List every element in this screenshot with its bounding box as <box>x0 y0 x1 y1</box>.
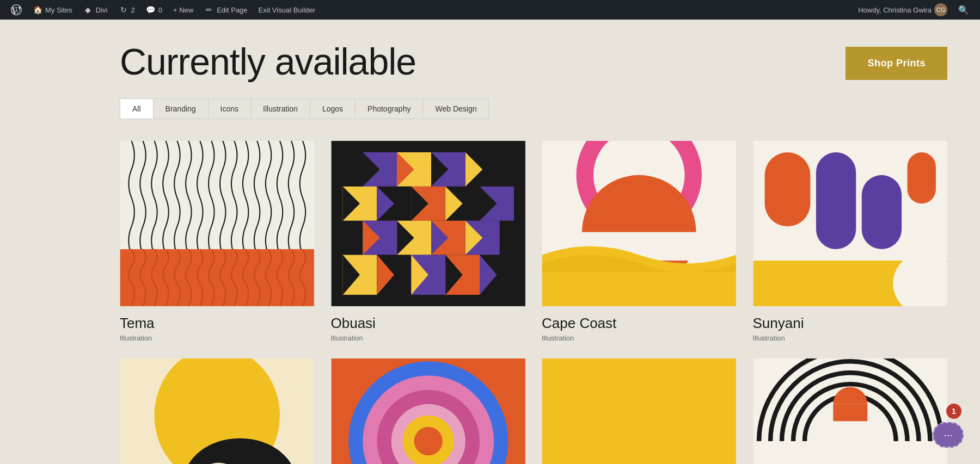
my-sites-label: My Sites <box>45 6 72 14</box>
edit-page-label: Edit Page <box>217 6 247 14</box>
item-category-tema: Illustration <box>120 334 315 342</box>
svg-rect-2 <box>120 141 314 255</box>
page-header: Currently available Shop Prints <box>120 20 947 98</box>
filter-tab-illustration[interactable]: Illustration <box>251 99 310 119</box>
item-category-obuasi: Illustration <box>331 334 526 342</box>
search-btn[interactable]: 🔍 <box>954 5 973 15</box>
my-sites-menu[interactable]: 🏠 My Sites <box>28 0 77 20</box>
user-menu[interactable]: Howdy, Christina Gwira CG <box>854 0 952 20</box>
comments-menu[interactable]: 💬 0 <box>142 0 167 20</box>
item-name-obuasi: Obuasi <box>331 315 526 332</box>
portfolio-item-7[interactable] <box>542 358 737 464</box>
updates-icon: ↻ <box>119 5 128 15</box>
avatar: CG <box>934 3 947 16</box>
chat-button[interactable]: ··· <box>933 422 964 448</box>
divi-icon: ◆ <box>83 5 93 15</box>
new-label: + New <box>173 6 193 14</box>
edit-page-btn[interactable]: ✏ Edit Page <box>200 0 252 20</box>
new-content-menu[interactable]: + New <box>169 0 198 20</box>
filter-tabs: All Branding Icons Illustration Logos Ph… <box>120 98 489 119</box>
filter-tab-icons[interactable]: Icons <box>209 99 251 119</box>
svg-rect-50 <box>861 175 901 249</box>
wordpress-logo[interactable] <box>7 0 26 20</box>
adminbar-right: Howdy, Christina Gwira CG 🔍 <box>854 0 973 20</box>
filter-tab-branding[interactable]: Branding <box>154 99 209 119</box>
portfolio-thumb-tema <box>120 141 315 306</box>
portfolio-grid: Tema Illustration <box>120 141 947 464</box>
updates-menu[interactable]: ↻ 2 <box>114 0 139 20</box>
main-content: Currently available Shop Prints All Bran… <box>0 0 980 464</box>
comments-icon: 💬 <box>146 5 156 15</box>
exit-builder-btn[interactable]: Exit Visual Builder <box>254 0 320 20</box>
shop-prints-button[interactable]: Shop Prints <box>846 47 947 80</box>
page-title: Currently available <box>120 41 416 82</box>
filter-tab-webdesign[interactable]: Web Design <box>423 99 488 119</box>
item-category-cape-coast: Illustration <box>542 334 737 342</box>
portfolio-thumb-obuasi <box>331 141 526 306</box>
svg-rect-66 <box>833 404 867 420</box>
item-name-sunyani: Sunyani <box>753 315 948 332</box>
portfolio-item-tema[interactable]: Tema Illustration <box>120 141 315 342</box>
portfolio-item-6[interactable] <box>331 358 526 464</box>
portfolio-item-cape-coast[interactable]: Cape Coast Illustration <box>542 141 737 342</box>
portfolio-thumb-sunyani <box>753 141 948 306</box>
item-category-sunyani: Illustration <box>753 334 948 342</box>
divi-label: Divi <box>96 6 108 14</box>
filter-tab-photography[interactable]: Photography <box>356 99 423 119</box>
portfolio-thumb-8 <box>753 358 948 464</box>
svg-rect-48 <box>764 152 810 226</box>
portfolio-thumb-cape-coast <box>542 141 737 306</box>
portfolio-thumb-7 <box>542 358 737 464</box>
chat-badge: 1 <box>946 404 961 419</box>
svg-rect-64 <box>542 358 736 464</box>
divi-menu[interactable]: ◆ Divi <box>79 0 112 20</box>
updates-count: 2 <box>131 6 135 14</box>
admin-bar: 🏠 My Sites ◆ Divi ↻ 2 💬 0 + New ✏ Edit P… <box>0 0 980 20</box>
pencil-icon: ✏ <box>204 5 214 15</box>
portfolio-item-sunyani[interactable]: Sunyani Illustration <box>753 141 948 342</box>
filter-tab-all[interactable]: All <box>120 99 154 119</box>
portfolio-item-5[interactable] <box>120 358 315 464</box>
portfolio-item-obuasi[interactable]: Obuasi Illustration <box>331 141 526 342</box>
chat-widget: 1 ··· <box>933 404 964 448</box>
my-sites-icon: 🏠 <box>33 5 42 15</box>
chat-dots: ··· <box>944 429 953 441</box>
svg-point-63 <box>414 426 442 455</box>
item-name-tema: Tema <box>120 315 315 332</box>
portfolio-thumb-5 <box>120 358 315 464</box>
user-greeting: Howdy, Christina Gwira <box>858 6 932 14</box>
svg-rect-51 <box>907 152 935 203</box>
portfolio-item-8[interactable] <box>753 358 948 464</box>
svg-rect-3 <box>120 249 314 306</box>
filter-tab-logos[interactable]: Logos <box>310 99 356 119</box>
comments-count: 0 <box>158 6 162 14</box>
item-name-cape-coast: Cape Coast <box>542 315 737 332</box>
exit-builder-label: Exit Visual Builder <box>259 6 316 14</box>
svg-rect-49 <box>816 152 855 249</box>
svg-rect-8 <box>342 152 363 187</box>
portfolio-thumb-6 <box>331 358 526 464</box>
